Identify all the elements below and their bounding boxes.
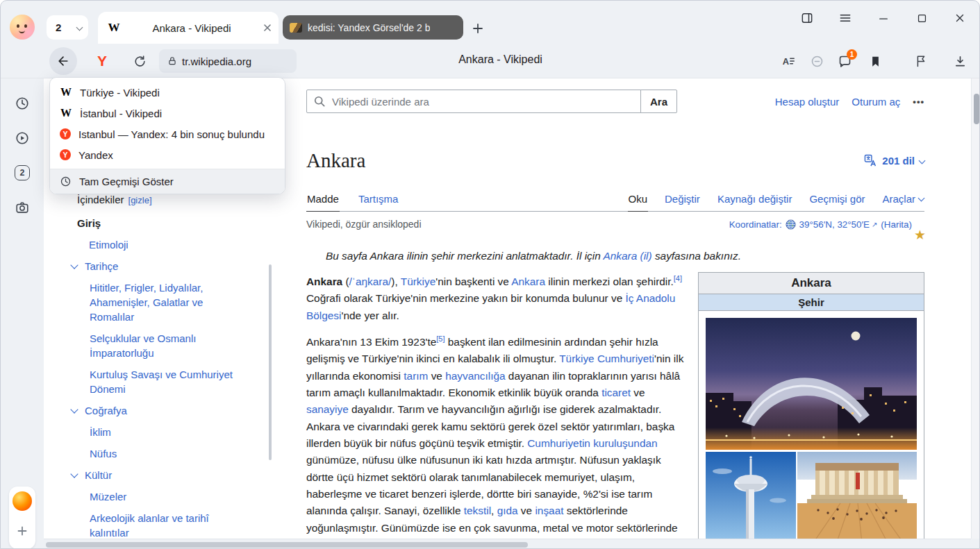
toc-item[interactable]: Kültür [44,464,287,486]
toc-item[interactable]: Kurtuluş Savaşı ve Cumhuriyet Dönemi [44,364,287,400]
media-play-icon[interactable] [14,130,31,146]
toc-item-label: Arkeolojik alanlar ve tarihî kalıntılar [90,511,249,539]
toc-item[interactable]: Coğrafya [44,400,287,421]
ankara-night-skyline-photo[interactable] [706,318,917,450]
page-title: Ankara - Vikipedi [299,53,701,66]
vertical-scrollbar[interactable] [971,78,980,539]
more-options-icon[interactable]: ••• [913,96,924,107]
external-link-icon: ↗ [872,221,877,228]
atakule-tower-photo[interactable] [706,452,796,539]
reload-button[interactable] [128,50,151,72]
reference-link[interactable]: [5] [436,335,445,343]
download-icon[interactable] [952,53,968,69]
toc-item[interactable]: Nüfus [44,443,287,464]
collections-flag-icon[interactable] [913,53,929,69]
maximize-icon[interactable] [913,10,930,26]
browser-window: 2 W Ankara - Vikipedi kedisi: Yandex Gör… [0,0,980,549]
wiki-link[interactable]: tarım [404,370,428,382]
toc-item[interactable]: Selçuklular ve Osmanlı İmparatorluğu [44,328,287,364]
toc-hide-toggle[interactable]: [gizle] [128,195,152,205]
history-menu-item[interactable]: YIstanbul — Yandex: 4 bin sonuç bulundu [50,124,285,144]
globe-icon [786,219,796,230]
chevron-down-icon[interactable] [70,405,78,413]
toc-item[interactable]: Etimoloji [44,234,287,255]
wiki-link[interactable]: Ankara [511,276,545,287]
wiki-link[interactable]: hayvancılığa [445,370,505,382]
address-bar[interactable]: tr.wikipedia.org [159,49,297,73]
text-run: 'nde yer alır. [341,310,399,321]
image-thumbnail-favicon [290,23,302,33]
tab-ankara-vikipedi[interactable]: W Ankara - Vikipedi [98,12,279,44]
wiki-link[interactable]: Türkiye Cumhuriyeti [559,353,654,364]
screenshot-icon[interactable] [14,199,31,216]
horizontal-scrollbar-thumb[interactable] [46,542,528,548]
page-summary-icon[interactable] [808,53,825,69]
toc-scrollbar[interactable] [269,264,272,460]
toc-item[interactable]: Giriş [44,212,287,234]
featured-article-star-icon[interactable]: ★ [914,228,926,242]
history-icon[interactable] [14,95,31,112]
comments-icon[interactable]: 1 [836,53,853,69]
wiki-link[interactable]: sanayiye [306,403,349,415]
bookmark-icon[interactable] [867,53,883,69]
tab-gecmisi-gor[interactable]: Geçmişi gör [808,189,865,211]
chevron-down-icon[interactable] [70,470,78,478]
side-panel-icon[interactable] [799,10,815,26]
tabs-panel-button[interactable]: 2 [15,165,30,180]
tab-degistir[interactable]: Değiştir [664,189,701,211]
search-input[interactable] [306,90,641,113]
close-icon[interactable] [952,10,968,26]
horizontal-scrollbar[interactable] [44,539,971,549]
vertical-scrollbar-thumb[interactable] [974,94,979,124]
wiki-link[interactable]: inşaat [535,505,563,516]
tab-counter-button[interactable]: 2 [47,15,88,40]
tools-dropdown[interactable]: Araçlar [881,189,924,211]
language-selector[interactable]: 201 dil [864,154,924,167]
chevron-down-icon[interactable] [70,261,78,269]
infobox-subtitle[interactable]: Şehir [699,294,924,311]
toc-item[interactable]: İklim [44,421,287,443]
tab-kaynagi-degistir[interactable]: Kaynağı değiştir [717,189,793,211]
wiki-link[interactable]: tekstil [464,505,491,516]
tab-madde[interactable]: Madde [306,189,340,212]
tab-close-icon[interactable] [263,24,272,32]
wiki-link[interactable]: Türkiye [401,276,435,287]
translate-icon[interactable]: A [780,53,797,69]
sidebar-add-button[interactable] [14,523,31,539]
wiki-link[interactable]: gıda [497,505,518,516]
yandex-home-button[interactable]: Y [91,50,113,72]
toc-item[interactable]: Müzeler [44,486,287,507]
coordinates-label[interactable]: Koordinatlar: [729,219,782,230]
toc-item-label: Selçuklular ve Osmanlı İmparatorluğu [90,331,249,360]
sign-in-link[interactable]: Oturum aç [852,96,900,108]
minimize-icon[interactable] [875,10,892,26]
profile-avatar[interactable] [10,15,35,40]
toc-item[interactable]: Hititler, Frigler, Lidyalılar, Ahamenişl… [44,277,287,328]
map-link[interactable]: (Harita) [881,219,912,230]
toc-item[interactable]: Arkeolojik alanlar ve tarihî kalıntılar [44,507,287,539]
history-item-label: Yandex [78,149,113,161]
back-button[interactable] [49,47,77,75]
new-tab-button[interactable] [469,19,487,37]
history-menu-item[interactable]: WTürkiye - Vikipedi [50,82,285,103]
anitkabir-photo[interactable] [797,452,917,539]
history-menu-item[interactable]: Wİstanbul - Vikipedi [50,103,285,124]
toc-item[interactable]: Tarihçe [44,255,287,277]
history-menu-item[interactable]: YYandex [50,144,285,165]
show-full-history-button[interactable]: Tam Geçmişi Göster [50,169,285,194]
tab-tartisma[interactable]: Tartışma [358,189,399,211]
coordinates-value[interactable]: 39°56′N, 32°50′E [799,219,870,230]
tab-oku[interactable]: Oku [628,189,649,212]
wiki-link[interactable]: ticaret [601,387,631,398]
create-account-link[interactable]: Hesap oluştur [775,96,840,108]
menu-icon[interactable] [837,10,854,26]
navbar-icons: A 1 [780,44,968,78]
reference-link[interactable]: [4] [674,274,682,282]
search-button[interactable]: Ara [640,90,677,113]
alice-assistant-icon[interactable] [13,491,32,511]
wiki-link[interactable]: /ˈaŋkara/ [349,276,392,287]
tab-yandex-images[interactable]: kedisi: Yandex Görsel'de 2 b [283,15,463,40]
wiki-link[interactable]: Ankara (il) [603,250,651,262]
chevron-down-icon [918,194,925,201]
wiki-link[interactable]: Cumhuriyetin kuruluşundan [527,437,657,449]
